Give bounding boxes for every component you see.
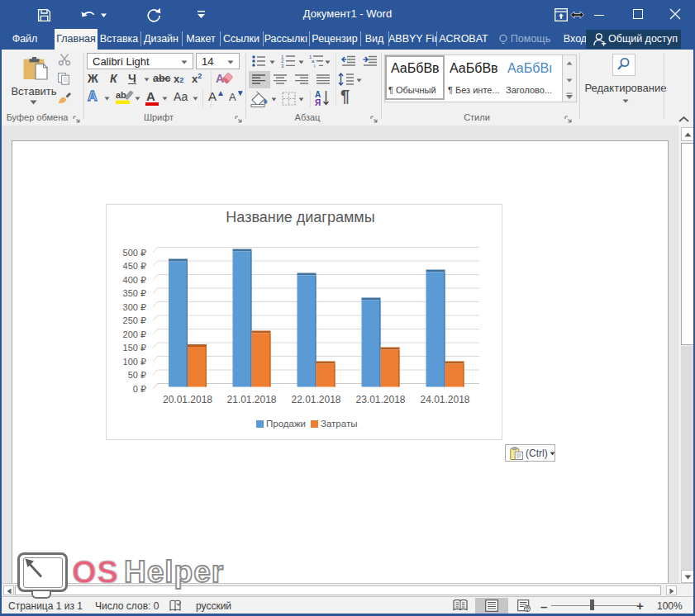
svg-text:23.01.2018: 23.01.2018 [355, 394, 405, 405]
svg-text:i: i [314, 64, 315, 68]
svg-text:400 ₽: 400 ₽ [123, 275, 146, 285]
svg-text:0 ₽: 0 ₽ [133, 384, 146, 394]
svg-text:3: 3 [281, 64, 284, 68]
svg-text:200 ₽: 200 ₽ [123, 329, 146, 339]
svg-text:ab: ab [116, 90, 126, 100]
svg-text:150 ₽: 150 ₽ [123, 343, 146, 353]
svg-text:450 ₽: 450 ₽ [123, 261, 146, 271]
svg-text:300 ₽: 300 ₽ [123, 302, 146, 312]
svg-text:22.01.2018: 22.01.2018 [291, 394, 340, 405]
svg-text:250 ₽: 250 ₽ [123, 315, 146, 325]
svg-text:350 ₽: 350 ₽ [123, 288, 146, 298]
svg-text:100 ₽: 100 ₽ [123, 357, 146, 367]
svg-text:24.01.2018: 24.01.2018 [420, 394, 469, 405]
svg-text:21.01.2018: 21.01.2018 [226, 394, 276, 405]
svg-text:Я: Я [315, 98, 321, 107]
svg-text:20.01.2018: 20.01.2018 [163, 394, 212, 405]
svg-text:50 ₽: 50 ₽ [128, 370, 146, 380]
svg-text:500 ₽: 500 ₽ [123, 248, 146, 258]
svg-text:A: A [216, 72, 224, 85]
